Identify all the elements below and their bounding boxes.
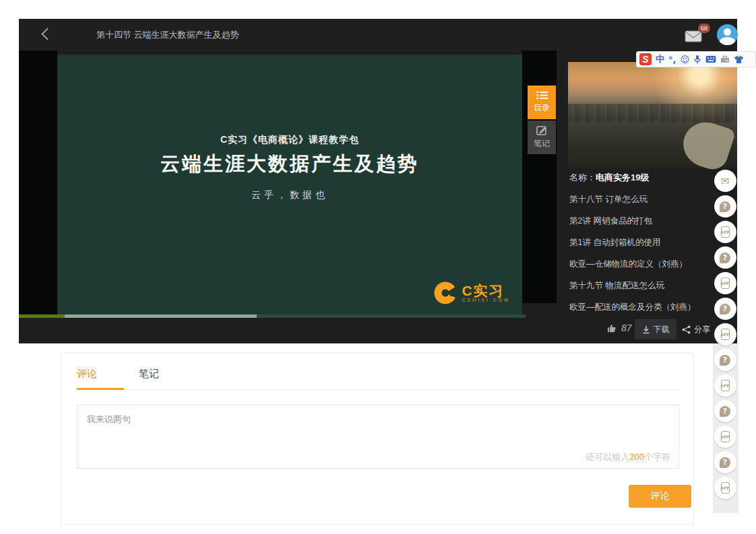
slide-kicker: C实习《电商概论》课程教学包 (57, 134, 522, 146)
video-surface[interactable]: C实习《电商概论》课程教学包 云端生涯大数据产生及趋势 云乎，数据也 C实习 C… (57, 55, 522, 314)
service-icon: ? (720, 201, 730, 212)
cshixi-ring-icon (433, 281, 458, 305)
ime-language-toggle[interactable]: 中 (656, 53, 664, 65)
playlist-item[interactable]: 第2讲 网销食品的打包 (569, 215, 652, 227)
service-icon-button[interactable]: ? (714, 400, 736, 422)
ime-toolbar: S 中 °, ☺ (636, 51, 756, 67)
video-progress-bar[interactable] (19, 314, 526, 318)
sogou-logo-icon[interactable]: S (639, 53, 652, 65)
ime-skin-tshirt-icon[interactable] (734, 55, 744, 64)
cshixi-logo: C实习 CSHIXI.COM (433, 281, 510, 305)
service-icon: APP (721, 329, 730, 340)
like-button[interactable]: 87 (606, 323, 632, 333)
submit-comment-button[interactable]: 评论 (629, 485, 691, 508)
download-icon (642, 325, 650, 334)
tab-catalog-label: 目录 (534, 102, 550, 114)
ime-microphone-icon[interactable] (693, 55, 701, 64)
progress-played (19, 314, 65, 318)
ime-toolbox-icon[interactable] (720, 55, 730, 63)
letterbox-left (19, 51, 57, 314)
service-icon-button[interactable]: ? (714, 349, 736, 371)
tab-catalog[interactable]: 目录 (528, 86, 556, 119)
tab-divider (77, 389, 679, 390)
user-avatar[interactable] (717, 24, 738, 45)
playlist-item[interactable]: 欧亚—仓储物流的定义（刘燕） (569, 259, 687, 270)
page-title: 第十四节 云端生涯大数据产生及趋势 (96, 19, 239, 51)
service-icon: ? (720, 253, 730, 263)
service-icon-button[interactable]: APP (714, 221, 736, 243)
char-counter-number: 200 (629, 452, 644, 462)
tab-my-notes[interactable]: 笔记 (139, 368, 159, 380)
download-button[interactable]: 下载 (635, 319, 676, 339)
back-button[interactable] (39, 28, 53, 41)
tab-notes[interactable]: 笔记 (528, 121, 556, 154)
char-counter: 还可以输入200个字符 (586, 451, 670, 463)
logo-domain: CSHIXI.COM (462, 298, 510, 302)
service-icon-button[interactable]: APP (714, 477, 736, 499)
share-label: 分享 (694, 324, 710, 335)
floating-service-column: ✉ ? APP ? APP ? APP (714, 170, 736, 499)
logo-text: C实习 (462, 283, 510, 298)
download-label: 下载 (654, 324, 670, 335)
course-name-label: 名称： (569, 172, 596, 182)
page: 第十四节 云端生涯大数据产生及趋势 68 S 中 °, ☺ (0, 0, 756, 534)
comment-textarea[interactable] (77, 405, 679, 447)
list-icon (536, 91, 548, 100)
thumbs-up-icon (606, 323, 617, 333)
comments-card: 评论 笔记 还可以输入200个字符 评论 (61, 352, 694, 525)
service-icon-button[interactable]: APP (714, 323, 736, 345)
playlist-item[interactable]: 第十八节 订单怎么玩 (569, 194, 648, 205)
service-icon: ✉ (721, 175, 730, 187)
service-icon: APP (721, 277, 730, 289)
course-thumbnail[interactable] (568, 62, 737, 168)
service-icon: ? (720, 355, 730, 366)
course-name-value: 电商实务19级 (596, 172, 649, 182)
playlist-item[interactable]: 欧亚—配送的概念及分类（刘燕） (569, 302, 696, 313)
playlist-item[interactable]: 第1讲 自动封箱机的使用 (569, 237, 660, 248)
unread-count-badge: 68 (698, 24, 710, 33)
service-icon-button[interactable]: ? (714, 451, 736, 473)
service-icon: APP (721, 482, 730, 494)
service-icon-button[interactable]: APP (714, 272, 736, 294)
service-icon: APP (721, 431, 730, 442)
service-icon-button[interactable]: ? (714, 246, 736, 269)
service-icon-button[interactable]: ? (714, 298, 736, 320)
service-icon-button[interactable]: APP (714, 374, 736, 397)
course-name: 名称：电商实务19级 (569, 172, 649, 184)
share-icon (682, 325, 691, 334)
slide-title: 云端生涯大数据产生及趋势 (57, 151, 522, 178)
service-icon: ? (720, 457, 730, 468)
comment-input-box: 还可以输入200个字符 (77, 405, 679, 469)
side-tab-column: 目录 笔记 (528, 86, 556, 154)
tab-comments[interactable]: 评论 (77, 368, 97, 380)
playlist-item[interactable]: 第十九节 物流配送怎么玩 (569, 280, 664, 292)
service-icon: ? (720, 406, 730, 417)
service-icon-button[interactable]: ✉ (714, 170, 736, 192)
player-stage: C实习《电商概论》课程教学包 云端生涯大数据产生及趋势 云乎，数据也 C实习 C… (19, 51, 737, 343)
messages-button[interactable]: 68 (685, 26, 716, 46)
ime-emoji-icon[interactable]: ☺ (680, 55, 689, 65)
like-count: 87 (621, 323, 632, 333)
active-tab-underline (77, 388, 124, 390)
top-bar: 第十四节 云端生涯大数据产生及趋势 68 (19, 19, 737, 51)
service-icon-button[interactable]: ? (714, 195, 736, 218)
ime-keyboard-icon[interactable] (705, 55, 716, 63)
service-icon: ? (720, 304, 730, 314)
note-icon (536, 126, 547, 135)
service-icon: APP (721, 226, 730, 238)
slide-subtitle: 云乎，数据也 (57, 189, 522, 201)
share-button[interactable]: 分享 (682, 319, 710, 339)
tab-notes-label: 笔记 (534, 138, 550, 149)
ime-punctuation-toggle[interactable]: °, (668, 55, 676, 65)
service-icon-button[interactable]: APP (714, 426, 736, 448)
service-icon: APP (721, 380, 730, 391)
